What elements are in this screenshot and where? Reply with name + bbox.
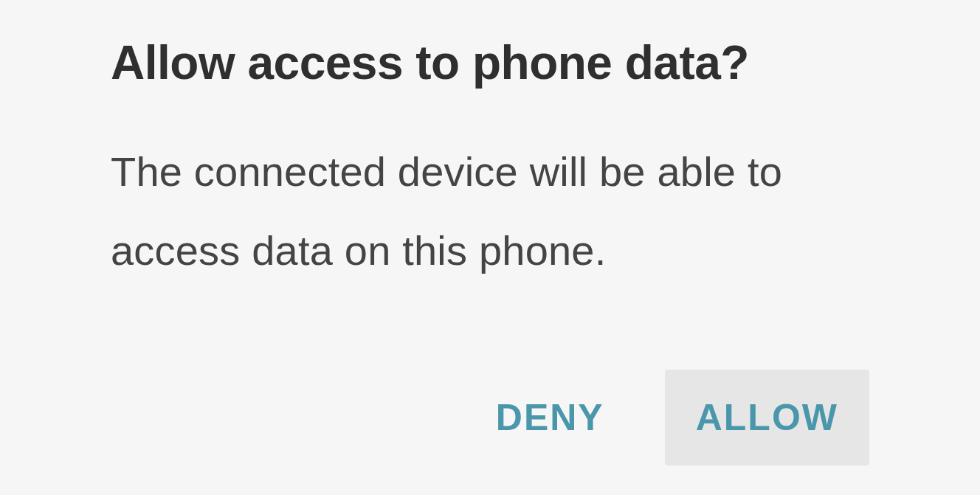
permission-dialog: Allow access to phone data? The connecte…	[0, 0, 980, 495]
deny-button[interactable]: DENY	[465, 370, 635, 465]
dialog-body: The connected device will be able to acc…	[111, 133, 869, 347]
dialog-title: Allow access to phone data?	[111, 37, 869, 89]
allow-button[interactable]: ALLOW	[665, 370, 869, 465]
dialog-actions: DENY ALLOW	[111, 370, 869, 465]
